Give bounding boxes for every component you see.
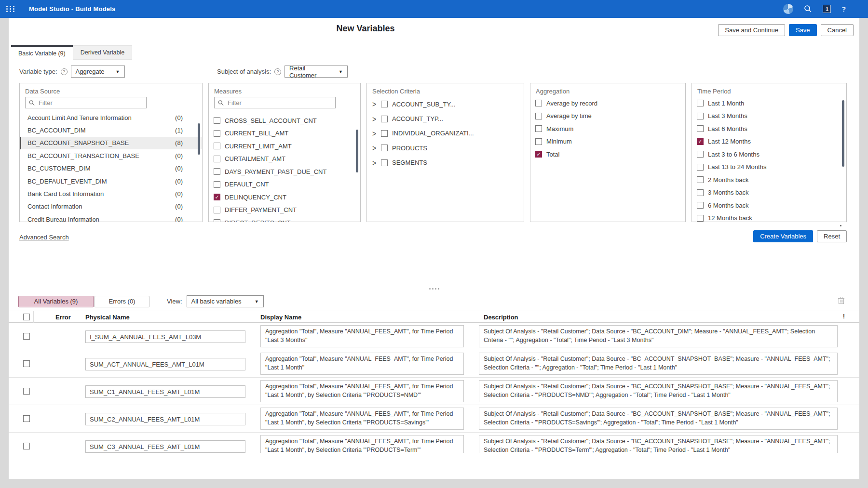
reset-button[interactable]: Reset [817,230,847,242]
checkbox[interactable] [535,100,542,106]
data-source-item[interactable]: BC_ACCOUNT_SNAPSHOT_BASE(8) [20,137,202,149]
column-options-icon[interactable]: ! [843,313,845,320]
description-field[interactable]: Subject Of Analysis - "Retail Customer";… [479,408,838,430]
measure-item[interactable]: CURTAILMENT_AMT [209,153,360,166]
checkbox[interactable] [697,215,704,222]
checkbox[interactable] [214,130,220,137]
time-period-item[interactable]: Last 13 to 24 Months [692,161,846,174]
display-name-field[interactable]: Aggregation "Total", Measure "ANNUAL_FEE… [260,325,464,347]
data-source-item[interactable]: BC_DEFAULT_EVENT_DIM(0) [20,175,202,187]
data-source-item[interactable]: Bank Card Lost Information(0) [20,187,202,200]
tab-basic-variable[interactable]: Basic Variable (9) [11,45,73,60]
data-source-item[interactable]: BC_CUSTOMER_DIM(0) [20,162,202,175]
checkbox[interactable] [697,113,704,119]
row-checkbox[interactable] [23,360,30,367]
time-period-item[interactable]: Last 6 Months [692,122,846,135]
expand-chevron-icon[interactable]: > [372,100,377,109]
physical-name-input[interactable] [85,385,245,398]
data-source-item[interactable]: Contact Information(0) [20,200,202,213]
measure-item[interactable]: DEFAULT_CNT [209,178,360,191]
measure-item[interactable]: DIRECT_DEBITS_CNT [209,216,360,222]
measure-item[interactable]: ✓DELINQUENCY_CNT [209,191,360,204]
variable-type-dropdown[interactable]: Aggregate ▼ [71,66,125,78]
time-period-item[interactable]: 2 Months back [692,173,846,186]
aggregation-item[interactable]: Maximum [530,122,685,135]
measures-scrollbar[interactable] [356,130,358,172]
description-field[interactable]: Subject Of Analysis - "Retail Customer";… [479,325,838,347]
create-variables-button[interactable]: Create Variables [753,230,813,242]
data-source-item[interactable]: Credit Bureau Information(0) [20,213,202,222]
measures-filter[interactable] [214,97,336,108]
checkbox[interactable] [381,130,388,137]
display-name-field[interactable]: Aggregation "Total", Measure "ANNUAL_FEE… [260,380,464,402]
checkbox[interactable] [214,117,220,124]
selection-criteria-item[interactable]: >PRODUCTS [367,141,524,155]
subject-of-analysis-dropdown[interactable]: Retail Customer ▼ [285,66,348,78]
subject-of-analysis-help-icon[interactable]: ? [274,68,281,75]
tab-derived-variable[interactable]: Derived Variable [73,45,132,60]
checkbox[interactable] [214,143,220,149]
selection-criteria-item[interactable]: >ACCOUNT_SUB_TY... [367,97,524,111]
help-icon[interactable]: ? [841,5,846,13]
expand-chevron-icon[interactable]: > [372,144,377,153]
checkbox[interactable] [214,168,220,175]
checkbox[interactable] [535,138,542,145]
sas-logo-icon[interactable] [783,4,793,14]
notification-badge[interactable]: 1 [823,5,831,13]
checkbox[interactable] [697,151,704,158]
variable-type-help-icon[interactable]: ? [61,68,68,75]
app-switcher-icon[interactable] [6,6,15,12]
selection-criteria-item[interactable]: >INDIVIDUAL_ORGANIZATI... [367,126,524,141]
measure-item[interactable]: CROSS_SELL_ACCOUNT_CNT [209,114,360,127]
measure-item[interactable]: DIFFER_PAYMENT_CNT [209,204,360,217]
time-period-scrollbar[interactable] [842,100,844,167]
aggregation-item[interactable]: Average by time [530,110,685,123]
data-source-filter[interactable] [25,97,147,108]
description-field[interactable]: Subject Of Analysis - "Retail Customer";… [479,353,838,375]
time-period-item[interactable]: 6 Months back [692,199,846,212]
expand-chevron-icon[interactable]: > [372,129,377,138]
view-dropdown[interactable]: All basic variables ▼ [187,295,264,307]
checkbox[interactable]: ✓ [214,194,220,200]
expand-chevron-icon[interactable]: > [372,158,377,167]
time-period-item[interactable]: ✓Last 12 Months [692,135,846,148]
checkbox[interactable] [381,101,388,107]
time-period-item[interactable]: 3 Months back [692,186,846,199]
measure-item[interactable]: CURRENT_BILL_AMT [209,127,360,140]
checkbox[interactable] [697,202,704,209]
row-checkbox[interactable] [23,333,30,340]
checkbox[interactable] [535,113,542,119]
checkbox[interactable] [381,145,388,151]
checkbox[interactable] [214,219,220,222]
physical-name-input[interactable] [85,330,245,343]
checkbox[interactable] [697,100,704,106]
checkbox[interactable] [214,181,220,188]
checkbox[interactable]: ✓ [535,151,542,158]
data-source-item[interactable]: BC_ACCOUNT_TRANSACTION_BASE(0) [20,149,202,162]
checkbox[interactable] [214,207,220,213]
checkbox[interactable] [697,176,704,183]
select-all-checkbox[interactable] [23,314,30,320]
save-and-continue-button[interactable]: Save and Continue [718,24,785,36]
display-name-field[interactable]: Aggregation "Total", Measure "ANNUAL_FEE… [260,408,464,430]
cancel-button[interactable]: Cancel [821,24,854,36]
aggregation-item[interactable]: Average by record [530,97,685,110]
checkbox[interactable] [697,125,704,132]
physical-name-input[interactable] [85,358,245,370]
row-checkbox[interactable] [23,415,30,422]
search-icon[interactable] [804,5,812,13]
display-name-field[interactable]: Aggregation "Total", Measure "ANNUAL_FEE… [260,353,464,375]
aggregation-item[interactable]: ✓Total [530,148,685,161]
description-field[interactable]: Subject Of Analysis - "Retail Customer";… [479,380,838,402]
splitter-handle[interactable] [9,287,859,290]
description-field[interactable]: Subject Of Analysis - "Retail Customer";… [479,435,838,453]
checkbox[interactable] [381,116,388,122]
checkbox[interactable] [381,159,388,166]
data-source-scrollbar[interactable] [198,123,200,155]
row-checkbox[interactable] [23,443,30,449]
display-name-field[interactable]: Aggregation "Total", Measure "ANNUAL_FEE… [260,435,464,453]
tab-all-variables[interactable]: All Variables (9) [18,296,94,307]
advanced-search-link[interactable]: Advanced Search [19,234,69,241]
measures-filter-input[interactable] [227,99,332,107]
physical-name-input[interactable] [85,413,245,425]
